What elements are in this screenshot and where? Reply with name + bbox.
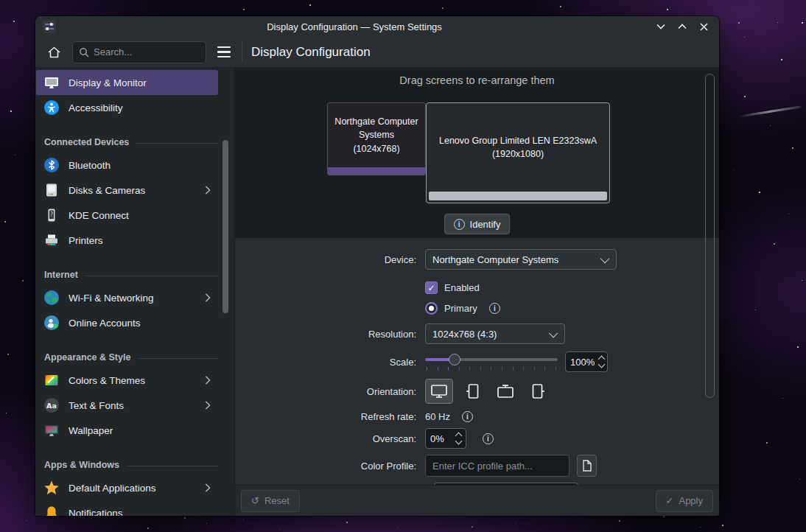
sidebar-item-wifi-networking[interactable]: Wi-Fi & Networking [36, 285, 218, 310]
resolution-value: 1024x768 (4:3) [432, 329, 497, 340]
screen-name: Lenovo Group Limited LEN E2323swA [439, 136, 597, 146]
bell-icon [43, 505, 60, 516]
overscan-spinbox[interactable]: 0% [425, 428, 466, 449]
sidebar-item-label: Printers [69, 235, 211, 246]
sidebar-item-printers[interactable]: Printers [36, 228, 218, 253]
orientation-landscape-flipped-button[interactable] [491, 379, 519, 404]
sidebar-item-display-monitor[interactable]: Display & Monitor [36, 70, 218, 95]
chevron-right-icon [205, 186, 211, 195]
chevron-down-icon [549, 328, 558, 337]
close-button[interactable] [695, 18, 712, 35]
apply-button[interactable]: ✓ Apply [656, 490, 713, 512]
bluetooth-icon [43, 157, 60, 173]
primary-info-icon[interactable]: i [489, 303, 500, 314]
printer-icon [43, 232, 60, 248]
sidebar-item-disks-cameras[interactable]: Disks & Cameras [36, 178, 218, 203]
main-scrollbar[interactable] [705, 74, 715, 398]
sidebar-item-online-accounts[interactable]: Online Accounts [36, 310, 218, 335]
home-button[interactable] [41, 41, 66, 63]
settings-scroll-area: Drag screens to re-arrange them Northgat… [235, 68, 719, 485]
fonts-icon: Aa [43, 397, 60, 413]
identify-button[interactable]: i Identify [444, 214, 511, 234]
menu-button[interactable] [214, 41, 234, 63]
scale-label: Scale: [235, 357, 425, 368]
maximize-button[interactable] [674, 18, 690, 35]
sidebar-item-text-fonts[interactable]: Aa Text & Fonts [36, 393, 218, 418]
reset-button[interactable]: ↺ Reset [241, 490, 300, 512]
overscan-row: Overscan: 0% i [235, 428, 719, 449]
refresh-rate-info-icon[interactable]: i [462, 411, 473, 422]
overscan-value: 0% [430, 433, 444, 444]
sidebar-item-label: Text & Fonts [69, 400, 196, 411]
screen-size: (1024x768) [353, 144, 399, 154]
info-icon: i [454, 219, 465, 230]
sidebar-section-connected-devices: Connected Devices [35, 120, 234, 153]
scale-slider[interactable] [425, 352, 558, 371]
disks-icon [43, 182, 60, 198]
minimize-button[interactable] [653, 18, 669, 35]
primary-label: Primary [444, 303, 477, 314]
sidebar-item-accessibility[interactable]: Accessibility [36, 95, 218, 120]
orientation-portrait-left-button[interactable] [458, 379, 486, 404]
screen-size: (1920x1080) [492, 149, 544, 159]
primary-row: Primary i [235, 302, 719, 315]
screen-bar [429, 192, 607, 200]
sidebar-item-label: Default Applications [69, 483, 196, 494]
screen-preview-northgate[interactable]: Northgate Computer Systems (1024x768) [327, 102, 426, 175]
scale-spinbox[interactable]: 100% [565, 351, 608, 372]
sidebar-section-internet: Internet [35, 253, 234, 285]
screen-arrangement-panel: Drag screens to re-arrange them Northgat… [235, 68, 719, 238]
overscan-info-icon[interactable]: i [483, 433, 494, 444]
sidebar: Display & Monitor Accessibility Connecte… [35, 68, 234, 516]
refresh-rate-row: Refresh rate: 60 Hz i [235, 411, 719, 422]
sidebar-item-notifications[interactable]: Notifications [36, 500, 218, 516]
next-combobox-clipped[interactable] [434, 483, 578, 485]
enabled-row: ✓ Enabled [235, 281, 719, 294]
sidebar-section-appearance-style: Appearance & Style [35, 335, 234, 368]
screen-name: Northgate Computer Systems [334, 116, 418, 140]
spin-arrows[interactable] [599, 357, 604, 367]
chevron-up-icon [678, 24, 687, 29]
sidebar-item-label: Notifications [69, 508, 211, 517]
starfield-dim [0, 0, 1, 1]
color-profile-row: Color Profile: [235, 455, 719, 477]
enabled-checkbox[interactable]: ✓ [425, 281, 438, 294]
screen-preview-lenovo[interactable]: Lenovo Group Limited LEN E2323swA (1920x… [426, 102, 610, 203]
colors-icon [43, 372, 60, 388]
search-input[interactable] [94, 46, 189, 57]
refresh-rate-label: Refresh rate: [235, 411, 425, 422]
sidebar-item-colors-themes[interactable]: Colors & Themes [36, 368, 218, 393]
sidebar-item-bluetooth[interactable]: Bluetooth [36, 153, 218, 178]
device-combobox[interactable]: Northgate Computer Systems [425, 249, 617, 270]
primary-radio[interactable] [425, 302, 438, 315]
overscan-label: Overscan: [235, 433, 425, 444]
sidebar-item-label: Online Accounts [69, 318, 211, 329]
titlebar[interactable]: Display Configuration — System Settings [35, 16, 719, 37]
drag-hint: Drag screens to re-arrange them [235, 68, 719, 86]
orientation-portrait-right-button[interactable] [525, 379, 553, 404]
display-settings-form: Device: Northgate Computer Systems ✓ Ena… [235, 238, 719, 485]
spin-arrows[interactable] [456, 433, 461, 444]
slider-handle[interactable] [449, 354, 460, 365]
sidebar-item-label: Bluetooth [69, 160, 211, 171]
orientation-label: Orientation: [235, 386, 425, 397]
color-profile-input[interactable] [425, 455, 570, 477]
sidebar-item-kde-connect[interactable]: ? KDE Connect [36, 203, 218, 228]
monitor-landscape-icon [430, 383, 449, 399]
screen-selected-bar [328, 167, 425, 175]
search-icon [79, 47, 89, 57]
chevron-right-icon [205, 376, 211, 385]
browse-file-button[interactable] [577, 455, 597, 477]
sidebar-item-wallpaper[interactable]: Wallpaper [36, 418, 218, 443]
light-streak [738, 105, 801, 117]
page-title: Display Configuration [251, 45, 371, 60]
search-box[interactable] [72, 41, 206, 63]
check-icon: ✓ [666, 495, 674, 506]
chevron-right-icon [205, 401, 211, 410]
orientation-landscape-button[interactable] [425, 379, 453, 404]
resolution-combobox[interactable]: 1024x768 (4:3) [425, 323, 565, 344]
sidebar-scrollbar[interactable] [222, 140, 228, 313]
sidebar-item-default-applications[interactable]: Default Applications [36, 475, 218, 500]
sliders-icon [44, 21, 55, 32]
globe-icon [43, 290, 60, 306]
